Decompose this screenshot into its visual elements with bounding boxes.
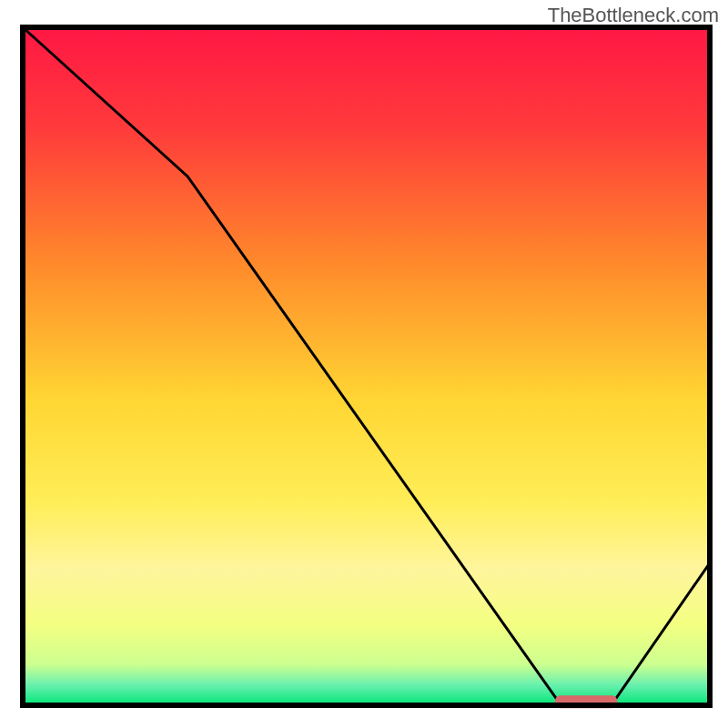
plot-area — [23, 27, 710, 708]
chart-container: TheBottleneck.com — [0, 0, 728, 728]
watermark-text: TheBottleneck.com — [548, 4, 719, 27]
chart-svg — [0, 0, 728, 728]
gradient-background — [23, 27, 710, 705]
